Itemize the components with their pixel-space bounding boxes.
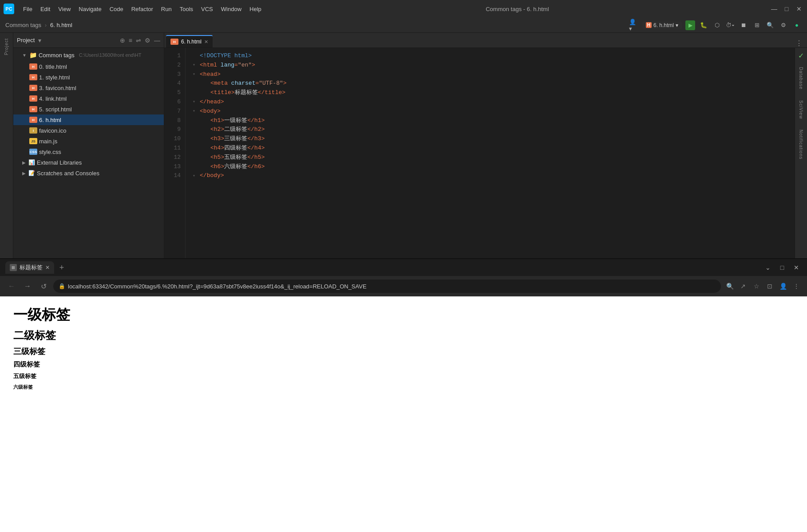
code-text: lang [221,61,234,70]
file-3-favicon[interactable]: H 3. favicon.html [13,83,164,93]
project-expand-icon[interactable]: ≡ [129,37,132,44]
editor-tab-active[interactable]: H 6. h.html ✕ [166,35,213,47]
breadcrumb-file[interactable]: 6. h.html [50,22,72,28]
settings-icon[interactable]: ⚙ [779,20,788,30]
forward-button[interactable]: → [21,280,34,292]
fold-marker[interactable] [193,145,198,152]
breadcrumb-project[interactable]: Common tags [5,22,41,28]
file-0-title[interactable]: H 0. title.html [13,61,164,72]
file-name: main.js [39,138,57,145]
file-5-script[interactable]: H 5. script.html [13,104,164,114]
sciview-panel-label[interactable]: SciView [799,97,803,122]
tabs-more-button[interactable]: ⋮ [793,39,805,47]
share-icon[interactable]: ↗ [738,281,748,292]
project-collapse-icon[interactable]: ⇌ [136,37,141,44]
heading-h2: 二级标签 [13,328,794,343]
project-dropdown-arrow[interactable]: ▾ [38,37,41,44]
theme-icon[interactable]: ● [792,20,802,30]
back-button[interactable]: ← [5,280,18,292]
file-6-h[interactable]: H 6. h.html [13,114,164,125]
more-options-icon[interactable]: ⋮ [791,281,802,292]
code-content[interactable]: <!DOCTYPE html> ▾ <html lang="en"> ▾ <he… [186,48,795,258]
fold-marker[interactable] [193,80,198,87]
fold-marker[interactable] [193,52,198,59]
fold-marker[interactable] [193,126,198,134]
code-line-3: ▾ <head> [193,70,787,79]
code-text: <h2> [210,125,224,134]
menu-navigate[interactable]: Navigate [75,4,105,14]
libraries-icon: 📊 [28,159,35,166]
window-title: Common tags - 6. h.html [270,6,764,12]
file-4-link[interactable]: H 4. link.html [13,93,164,104]
minimize-button[interactable]: — [770,4,779,13]
search-tab-icon[interactable]: 🔍 [724,281,735,292]
translate-icon[interactable]: ⊞ [752,20,762,30]
menu-help[interactable]: Help [246,4,265,14]
browser-tab-close[interactable]: ✕ [45,264,50,271]
database-panel-label[interactable]: Database [799,63,803,93]
project-settings-icon[interactable]: ⚙ [145,37,150,44]
menu-refactor[interactable]: Refactor [128,4,157,14]
fold-marker[interactable] [193,90,198,97]
folder-icon: 📁 [29,51,37,59]
fold-marker[interactable] [193,163,198,170]
menu-tools[interactable]: Tools [176,4,197,14]
project-add-icon[interactable]: ⊕ [120,37,125,44]
browser-tab-active[interactable]: ⊞ 标题标签 ✕ [5,261,54,274]
file-1-style[interactable]: H 1. style.html [13,72,164,83]
search-icon[interactable]: 🔍 [765,20,775,30]
menu-run[interactable]: Run [158,4,175,14]
menu-window[interactable]: Window [218,4,245,14]
html-icon: H [29,106,37,112]
coverage-icon[interactable]: ⬡ [712,20,722,30]
notifications-panel-label[interactable]: Notifications [799,126,803,163]
root-folder[interactable]: ▼ 📁 Common tags C:\Users\13600\front end… [13,50,164,60]
maximize-button[interactable]: □ [782,4,791,13]
file-main-js[interactable]: JS main.js [13,136,164,146]
file-style-css[interactable]: CSS style.css [13,146,164,157]
reload-button[interactable]: ↺ [37,280,50,292]
fold-marker[interactable]: ▾ [193,99,198,106]
split-view-icon[interactable]: ⊡ [764,281,775,292]
menu-code[interactable]: Code [106,4,127,14]
breadcrumb-separator: › [45,22,47,28]
debug-icon[interactable]: 🐛 [699,20,708,30]
fold-marker[interactable]: ▾ [193,62,198,69]
account-icon[interactable]: 👤▾ [629,20,639,30]
tab-file-icon: H [170,39,178,45]
address-bar[interactable]: 🔒 localhost:63342/Common%20tags/6.%20h.h… [53,280,721,293]
fold-marker[interactable]: ▾ [193,108,198,115]
run-button[interactable]: ▶ [685,20,695,30]
file-favicon-ico[interactable]: I favicon.ico [13,125,164,136]
close-button[interactable]: ✕ [795,4,803,13]
fold-marker[interactable] [193,117,198,124]
fold-marker[interactable]: ▾ [193,71,198,78]
browser-maximize-icon[interactable]: □ [777,262,787,273]
fold-marker[interactable]: ▾ [193,173,198,180]
tab-close-button[interactable]: ✕ [204,39,208,45]
browser-tab-bar: ⊞ 标题标签 ✕ + ⌄ □ ✕ [0,259,807,276]
profile-icon[interactable]: ⏱▾ [725,20,735,30]
scratches-and-consoles[interactable]: ▶ 📝 Scratches and Consoles [13,168,164,178]
code-text: <h6> [210,162,224,172]
menu-vcs[interactable]: VCS [198,4,217,14]
menu-edit[interactable]: Edit [37,4,54,14]
menu-file[interactable]: File [20,4,36,14]
fold-marker[interactable] [193,154,198,161]
account-browser-icon[interactable]: 👤 [778,281,788,292]
tabs-bar: H 6. h.html ✕ ⋮ [164,33,807,48]
browser-minimize-icon[interactable]: ⌄ [763,262,773,273]
fold-marker[interactable] [193,136,198,143]
project-close-icon[interactable]: — [154,37,160,44]
menu-view[interactable]: View [55,4,74,14]
bookmark-icon[interactable]: ☆ [751,281,762,292]
validation-check: ✓ [798,51,804,60]
run-file-dropdown[interactable]: H 6. h.html ▾ [642,21,682,29]
browser-close-icon[interactable]: ✕ [791,262,802,273]
stop-icon[interactable]: ⏹ [739,20,748,30]
external-libraries[interactable]: ▶ 📊 External Libraries [13,157,164,168]
new-tab-button[interactable]: + [56,262,67,273]
code-text: </body> [200,171,224,181]
file-name: 4. link.html [39,95,67,102]
browser-content: 一级标签 二级标签 三级标签 四级标签 五级标签 六级标签 [0,296,807,532]
